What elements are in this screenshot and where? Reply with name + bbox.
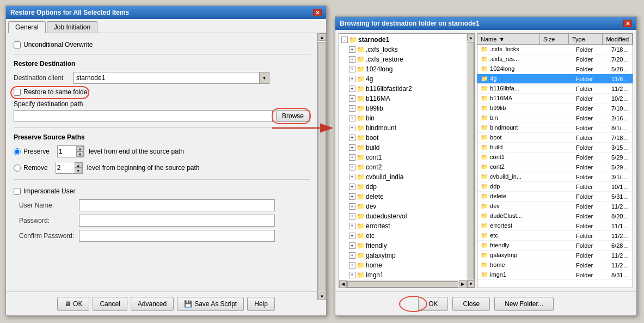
file-row[interactable]: 📁 delete Folder 5/31/12 5...	[477, 192, 633, 202]
file-row[interactable]: 📁 ddp Folder 10/1/12 1...	[477, 182, 633, 192]
tree-item[interactable]: + 📁 ddp	[340, 182, 473, 192]
tree-scroll-up[interactable]: ▲	[467, 34, 475, 41]
tree-expand[interactable]: +	[349, 164, 355, 170]
tree-item[interactable]: + 📁 etc	[340, 231, 473, 241]
tree-expand[interactable]: +	[349, 115, 355, 121]
file-row[interactable]: 📁 home Folder 11/2/12 7...	[477, 260, 633, 270]
col-name[interactable]: Name ▼	[477, 34, 540, 44]
remove-spin-up[interactable]: ▲	[75, 162, 82, 168]
tree-expand[interactable]: +	[349, 203, 355, 210]
tree-item[interactable]: + 📁 boot	[340, 133, 473, 143]
file-row[interactable]: 📁 cont2 Folder 5/29/12 3...	[477, 162, 633, 172]
tree-scroll-down[interactable]: ▼	[467, 280, 475, 288]
tree-item[interactable]: + 📁 galaxytmp	[340, 251, 473, 260]
hscroll-left[interactable]: ◀	[339, 281, 347, 288]
tree-item[interactable]: + 📁 b116MA	[340, 94, 473, 103]
hscroll-thumb[interactable]	[347, 281, 458, 288]
help-button[interactable]: Help	[247, 297, 275, 311]
destination-client-combo[interactable]: starnode1 ▼	[73, 72, 269, 84]
tree-item[interactable]: + 📁 build	[340, 143, 473, 153]
tree-item[interactable]: + 📁 b116libfastidar2	[340, 84, 473, 94]
password-input[interactable]	[79, 215, 275, 227]
col-modified[interactable]: Modified	[603, 34, 633, 44]
file-row[interactable]: 📁 cont1 Folder 5/29/12 3...	[477, 153, 633, 162]
tree-expand[interactable]: +	[349, 233, 355, 239]
tree-expand[interactable]: +	[349, 105, 355, 112]
tree-item[interactable]: + 📁 bin	[340, 113, 473, 123]
browse-close-dialog-button[interactable]: Close	[452, 297, 490, 311]
tree-expand[interactable]: +	[349, 66, 355, 72]
tree-hscroll[interactable]: ◀ ▶	[339, 280, 467, 288]
file-row-selected[interactable]: 📁 4g Folder 11/6/12 4...	[477, 74, 633, 84]
tree-item[interactable]: + 📁 delete	[340, 192, 473, 202]
browse-button[interactable]: Browse	[276, 110, 310, 122]
file-row[interactable]: 📁 boot Folder 7/18/12 1...	[477, 133, 633, 143]
remove-value[interactable]	[56, 162, 75, 173]
file-row[interactable]: 📁 dudeClust... Folder 8/20/12 8...	[477, 211, 633, 221]
tree-expand[interactable]: +	[349, 193, 355, 200]
tab-job-initiation[interactable]: Job Initiation	[47, 21, 97, 33]
tree-item[interactable]: + 📁 1024long	[340, 64, 473, 74]
destination-client-arrow[interactable]: ▼	[259, 72, 269, 83]
tree-expand[interactable]: +	[349, 252, 355, 259]
tree-expand[interactable]: +	[349, 223, 355, 229]
browse-close-button[interactable]: ✕	[623, 20, 632, 27]
tree-expand[interactable]: +	[349, 272, 355, 278]
tree-expand[interactable]: +	[349, 154, 355, 161]
file-row[interactable]: 📁 .cxfs_locks Folder 7/18/12 1...	[477, 45, 633, 54]
file-row[interactable]: 📁 friendly Folder 6/28/12 9...	[477, 241, 633, 251]
main-close-button[interactable]: ✕	[313, 9, 322, 16]
preserve-value[interactable]	[58, 146, 76, 157]
file-row[interactable]: 📁 bindmount Folder 8/1/12 11...	[477, 123, 633, 133]
tree-expand[interactable]: +	[349, 76, 355, 82]
tree-item[interactable]: + 📁 dudedustervol	[340, 211, 473, 221]
preserve-spin-down[interactable]: ▼	[76, 151, 84, 157]
destination-path-input[interactable]	[14, 110, 273, 122]
file-row[interactable]: 📁 cvbuild_in... Folder 3/1/12 6:...	[477, 172, 633, 182]
tree-expand-root[interactable]: -	[341, 36, 348, 43]
scroll-thumb[interactable]	[318, 42, 326, 291]
confirm-password-input[interactable]	[79, 230, 275, 242]
file-row[interactable]: 📁 b116libfa... Folder 11/2/12 4...	[477, 84, 633, 94]
file-row[interactable]: 📁 dev Folder 11/21/12 ...	[477, 202, 633, 211]
hscroll-right[interactable]: ▶	[459, 281, 467, 288]
remove-spin[interactable]: ▲ ▼	[56, 162, 83, 174]
file-row[interactable]: 📁 imgn1 Folder 8/31/12 7...	[477, 270, 633, 280]
tree-item[interactable]: + 📁 cont1	[340, 153, 473, 162]
tree-vscroll[interactable]: ▲ ▼	[467, 34, 474, 288]
tree-item[interactable]: + 📁 cvbuild_india	[340, 172, 473, 182]
cancel-button[interactable]: Cancel	[93, 297, 127, 311]
tree-item[interactable]: + 📁 dev	[340, 202, 473, 211]
preserve-radio[interactable]	[14, 148, 21, 155]
preserve-spin[interactable]: ▲ ▼	[57, 145, 84, 157]
file-row[interactable]: 📁 b99lib Folder 7/10/12 1...	[477, 103, 633, 113]
file-row[interactable]: 📁 1024long Folder 5/28/12 4...	[477, 64, 633, 74]
scroll-up-arrow[interactable]: ▲	[318, 33, 326, 41]
scroll-down-arrow[interactable]: ▼	[318, 292, 326, 300]
tree-expand[interactable]: +	[349, 144, 355, 151]
tree-scroll-thumb[interactable]	[468, 42, 474, 279]
file-row[interactable]: 📁 galaxytmp Folder 11/2/12 8...	[477, 251, 633, 260]
tree-expand[interactable]: +	[349, 86, 355, 92]
tree-item[interactable]: - 📁 starnode1	[340, 35, 473, 45]
file-row[interactable]: 📁 etc Folder 11/21/12 ...	[477, 231, 633, 241]
tree-item[interactable]: + 📁 .cxfs_restore	[340, 54, 473, 64]
tree-expand[interactable]: +	[349, 56, 355, 63]
new-folder-button[interactable]: New Folder...	[494, 297, 554, 311]
advanced-button[interactable]: Advanced	[131, 297, 174, 311]
file-row[interactable]: 📁 bin Folder 2/16/12 3...	[477, 113, 633, 123]
file-row[interactable]: 📁 b116MA Folder 10/24/12 ...	[477, 94, 633, 103]
tree-expand[interactable]: +	[349, 262, 355, 269]
tab-general[interactable]: General	[8, 21, 46, 33]
tree-item[interactable]: + 📁 b99lib	[340, 103, 473, 113]
impersonate-checkbox[interactable]	[14, 188, 21, 195]
file-row[interactable]: 📁 .cxfs_res... Folder 7/20/12 4...	[477, 54, 633, 64]
remove-radio[interactable]	[14, 164, 21, 172]
file-row[interactable]: 📁 build Folder 3/15/12 5...	[477, 143, 633, 153]
tree-expand[interactable]: +	[349, 174, 355, 180]
file-row[interactable]: 📁 errortest Folder 11/15/12 ...	[477, 221, 633, 231]
col-type[interactable]: Type	[569, 34, 603, 44]
tree-item[interactable]: + 📁 errortest	[340, 221, 473, 231]
preserve-spin-up[interactable]: ▲	[76, 146, 84, 151]
username-input[interactable]	[79, 199, 275, 211]
